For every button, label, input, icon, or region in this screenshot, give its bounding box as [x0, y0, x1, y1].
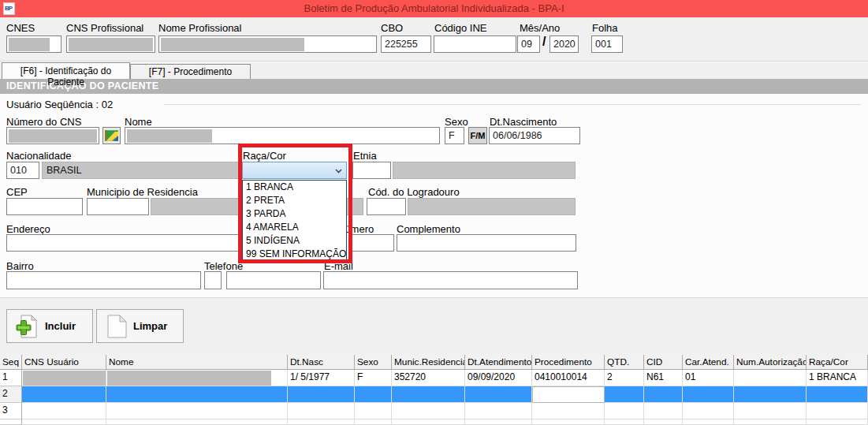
cell[interactable]: [683, 419, 734, 425]
cell[interactable]: [106, 419, 288, 425]
ano-field[interactable]: 2020: [549, 35, 579, 53]
cell[interactable]: [734, 419, 807, 425]
cell-numautorizacao[interactable]: [734, 403, 807, 419]
row-header[interactable]: [0, 419, 22, 425]
cbo-field[interactable]: 225255: [381, 35, 431, 53]
cell-munic[interactable]: [392, 403, 465, 419]
cell-procedimento[interactable]: 0410010014: [532, 370, 605, 386]
dtnascimento-label: Dt.Nascimento: [490, 116, 557, 128]
cell[interactable]: [355, 419, 392, 425]
redacted-value: [107, 371, 271, 386]
racacor-option[interactable]: 99 SEM INFORMAÇÃO: [243, 248, 346, 261]
racacor-dropdown[interactable]: [242, 162, 347, 179]
sexo-field[interactable]: F: [445, 127, 464, 144]
cell-racacor[interactable]: 1 BRANCA: [807, 370, 868, 386]
cns-profissional-field[interactable]: [66, 35, 155, 53]
complemento-field[interactable]: [397, 234, 576, 252]
etnia-code-field[interactable]: [352, 162, 391, 179]
cell-sexo[interactable]: F: [355, 370, 392, 386]
nacionalidade-code-field[interactable]: 010: [6, 162, 39, 179]
logradouro-code-field[interactable]: [367, 198, 406, 215]
cell[interactable]: [807, 419, 868, 425]
racacor-option[interactable]: 3 PARDA: [243, 207, 346, 221]
mes-field[interactable]: 09: [517, 35, 540, 53]
cell-cns[interactable]: [22, 370, 106, 386]
cell[interactable]: [605, 419, 644, 425]
numero-field[interactable]: [351, 234, 394, 252]
cell-procedimento[interactable]: [532, 403, 605, 419]
cell-numautorizacao[interactable]: [734, 386, 807, 403]
cell[interactable]: [288, 419, 355, 425]
tab-procedimento-realizado[interactable]: [F7] - Procedimento Realizado: [130, 64, 251, 79]
redacted-value: [69, 38, 153, 51]
cell[interactable]: [392, 419, 465, 425]
cell[interactable]: [532, 419, 605, 425]
cell-nome[interactable]: [106, 386, 288, 403]
cell-dtnasc[interactable]: [288, 386, 355, 403]
cell-nome[interactable]: [106, 370, 288, 386]
cell-cid[interactable]: N61: [644, 370, 683, 386]
cell-dtatend[interactable]: [465, 403, 532, 419]
fm-toggle-button[interactable]: F/M: [468, 127, 487, 144]
cell-racacor[interactable]: [807, 386, 868, 403]
cell-qtd[interactable]: [605, 386, 644, 403]
cell-nome[interactable]: [106, 403, 288, 419]
patient-identification-panel: IDENTIFICAÇÃO DO PACIENTE Usuário Seqüên…: [0, 79, 868, 297]
telefone-ddd-field[interactable]: [204, 271, 222, 289]
bpa-window: BP Boletim de Produção Ambulatorial Indi…: [0, 0, 868, 425]
cell-cns[interactable]: [22, 386, 106, 403]
dtnascimento-field[interactable]: 06/06/1986: [489, 127, 580, 144]
cell[interactable]: [22, 419, 106, 425]
cell-qtd[interactable]: 2: [605, 370, 644, 386]
cell-munic[interactable]: [392, 386, 465, 403]
cell[interactable]: [644, 419, 683, 425]
col-qtd: QTD.: [605, 355, 644, 370]
row-header[interactable]: 1: [0, 370, 22, 386]
cell-racacor[interactable]: [807, 403, 868, 419]
email-field[interactable]: [323, 271, 578, 289]
tab-identificacao-paciente[interactable]: [F6] - Identificação do Paciente: [2, 62, 130, 79]
folha-field[interactable]: 001: [591, 35, 623, 53]
cell-dtnasc[interactable]: 1/ 5/1977: [288, 370, 355, 386]
grid-header-row: Seq CNS Usuário Nome Dt.Nasc Sexo Munic.…: [0, 355, 868, 370]
nome-profissional-field[interactable]: [158, 35, 377, 53]
cns-profissional-label: CNS Profissional: [66, 22, 143, 34]
cell[interactable]: [465, 419, 532, 425]
ano-value: 2020: [550, 36, 578, 50]
cell-cid[interactable]: [644, 386, 683, 403]
header-separator: [0, 61, 868, 62]
cep-field[interactable]: [6, 198, 83, 215]
cell-caratend[interactable]: [683, 386, 734, 403]
limpar-button[interactable]: Limpar: [96, 309, 184, 343]
racacor-option[interactable]: 5 INDÍGENA: [243, 234, 346, 248]
cnes-field[interactable]: [6, 35, 61, 53]
racacor-label: Raça/Cor: [243, 150, 286, 162]
codigo-ine-field[interactable]: [434, 35, 516, 53]
municipio-code-field[interactable]: [87, 198, 149, 215]
row-header[interactable]: 2: [0, 386, 22, 403]
cell-sexo[interactable]: [355, 403, 392, 419]
cell-caratend[interactable]: [683, 403, 734, 419]
racacor-option[interactable]: 1 BRANCA: [243, 181, 346, 194]
cell-numautorizacao[interactable]: [734, 370, 807, 386]
cns-card-button[interactable]: [102, 127, 121, 144]
telefone-field[interactable]: [226, 271, 321, 289]
cell-sexo[interactable]: [355, 386, 392, 403]
racacor-option[interactable]: 2 PRETA: [243, 194, 346, 207]
row-header[interactable]: 3: [0, 403, 22, 419]
cns-field[interactable]: [6, 127, 99, 144]
cell-munic[interactable]: 352720: [392, 370, 465, 386]
cell-dtatend[interactable]: 09/09/2020: [465, 370, 532, 386]
cell-cns[interactable]: [22, 403, 106, 419]
incluir-button[interactable]: Incluir: [6, 309, 93, 343]
nome-field[interactable]: [125, 127, 440, 144]
bairro-field[interactable]: [6, 271, 201, 289]
cell-qtd[interactable]: [605, 403, 644, 419]
cell-caratend[interactable]: 01: [683, 370, 734, 386]
cell-dtnasc[interactable]: [288, 403, 355, 419]
cell-procedimento-editing[interactable]: [532, 386, 605, 403]
cell-dtatend[interactable]: [465, 386, 532, 403]
cell-cid[interactable]: [644, 403, 683, 419]
complemento-label: Complemento: [397, 223, 460, 235]
racacor-option[interactable]: 4 AMARELA: [243, 221, 346, 234]
